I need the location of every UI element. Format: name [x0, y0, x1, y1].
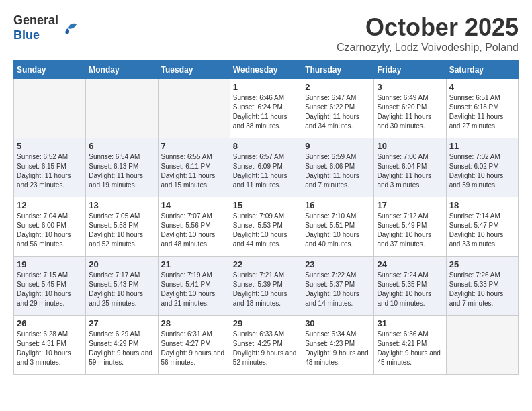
day-info: Sunrise: 6:46 AM Sunset: 6:24 PM Dayligh…	[233, 93, 299, 131]
day-number: 23	[305, 259, 371, 269]
calendar-week-row: 1Sunrise: 6:46 AM Sunset: 6:24 PM Daylig…	[14, 79, 519, 138]
table-row: 7Sunrise: 6:55 AM Sunset: 6:11 PM Daylig…	[158, 138, 230, 197]
calendar-week-row: 5Sunrise: 6:52 AM Sunset: 6:15 PM Daylig…	[14, 138, 519, 197]
logo-general: General	[13, 13, 58, 28]
day-number: 12	[17, 200, 83, 210]
day-number: 27	[89, 318, 154, 328]
day-number: 24	[377, 259, 443, 269]
day-number: 3	[377, 82, 443, 92]
day-info: Sunrise: 6:57 AM Sunset: 6:09 PM Dayligh…	[233, 152, 299, 190]
day-number: 18	[449, 200, 515, 210]
day-info: Sunrise: 7:07 AM Sunset: 5:56 PM Dayligh…	[161, 212, 227, 249]
day-number: 15	[233, 200, 299, 210]
logo: General Blue	[13, 13, 80, 42]
day-number: 5	[17, 141, 83, 151]
header-tuesday: Tuesday	[158, 61, 230, 79]
day-number: 13	[89, 200, 154, 210]
header-friday: Friday	[374, 61, 446, 79]
page-header: General Blue October 2025 Czarnozyly, Lo…	[13, 13, 519, 54]
calendar-week-row: 26Sunrise: 6:28 AM Sunset: 4:31 PM Dayli…	[14, 316, 519, 375]
table-row: 22Sunrise: 7:21 AM Sunset: 5:39 PM Dayli…	[230, 257, 302, 316]
day-number: 11	[449, 141, 515, 151]
day-info: Sunrise: 7:24 AM Sunset: 5:35 PM Dayligh…	[377, 271, 443, 308]
day-info: Sunrise: 7:17 AM Sunset: 5:43 PM Dayligh…	[89, 271, 154, 308]
day-number: 2	[305, 82, 371, 92]
weekday-row: Sunday Monday Tuesday Wednesday Thursday…	[14, 61, 519, 79]
day-info: Sunrise: 6:52 AM Sunset: 6:15 PM Dayligh…	[17, 152, 83, 190]
day-number: 7	[161, 141, 227, 151]
table-row: 29Sunrise: 6:33 AM Sunset: 4:25 PM Dayli…	[230, 316, 302, 375]
table-row: 6Sunrise: 6:54 AM Sunset: 6:13 PM Daylig…	[86, 138, 158, 197]
table-row: 17Sunrise: 7:12 AM Sunset: 5:49 PM Dayli…	[374, 197, 446, 257]
table-row	[86, 79, 158, 138]
day-info: Sunrise: 6:51 AM Sunset: 6:18 PM Dayligh…	[449, 93, 515, 131]
table-row: 28Sunrise: 6:31 AM Sunset: 4:27 PM Dayli…	[158, 316, 230, 375]
calendar-header: Sunday Monday Tuesday Wednesday Thursday…	[14, 61, 519, 79]
day-number: 10	[377, 141, 443, 151]
title-block: October 2025 Czarnozyly, Lodz Voivodeshi…	[337, 13, 519, 54]
day-number: 9	[305, 141, 371, 151]
day-number: 28	[161, 318, 227, 328]
table-row: 15Sunrise: 7:09 AM Sunset: 5:53 PM Dayli…	[230, 197, 302, 257]
day-info: Sunrise: 7:02 AM Sunset: 6:02 PM Dayligh…	[449, 152, 515, 190]
day-info: Sunrise: 7:19 AM Sunset: 5:41 PM Dayligh…	[161, 271, 227, 308]
day-number: 4	[449, 82, 515, 92]
table-row: 23Sunrise: 7:22 AM Sunset: 5:37 PM Dayli…	[302, 257, 374, 316]
day-info: Sunrise: 6:55 AM Sunset: 6:11 PM Dayligh…	[161, 152, 227, 190]
day-info: Sunrise: 7:14 AM Sunset: 5:47 PM Dayligh…	[449, 212, 515, 249]
table-row: 31Sunrise: 6:36 AM Sunset: 4:21 PM Dayli…	[374, 316, 446, 375]
header-sunday: Sunday	[14, 61, 86, 79]
table-row: 12Sunrise: 7:04 AM Sunset: 6:00 PM Dayli…	[14, 197, 86, 257]
day-number: 17	[377, 200, 443, 210]
table-row: 2Sunrise: 6:47 AM Sunset: 6:22 PM Daylig…	[302, 79, 374, 138]
table-row: 18Sunrise: 7:14 AM Sunset: 5:47 PM Dayli…	[446, 197, 518, 257]
table-row: 5Sunrise: 6:52 AM Sunset: 6:15 PM Daylig…	[14, 138, 86, 197]
day-info: Sunrise: 6:33 AM Sunset: 4:25 PM Dayligh…	[233, 330, 299, 367]
table-row: 13Sunrise: 7:05 AM Sunset: 5:58 PM Dayli…	[86, 197, 158, 257]
calendar-week-row: 19Sunrise: 7:15 AM Sunset: 5:45 PM Dayli…	[14, 257, 519, 316]
day-number: 14	[161, 200, 227, 210]
day-number: 1	[233, 82, 299, 92]
month-title: October 2025	[337, 13, 519, 42]
header-saturday: Saturday	[446, 61, 518, 79]
day-number: 29	[233, 318, 299, 328]
day-number: 19	[17, 259, 83, 269]
table-row: 9Sunrise: 6:59 AM Sunset: 6:06 PM Daylig…	[302, 138, 374, 197]
table-row: 19Sunrise: 7:15 AM Sunset: 5:45 PM Dayli…	[14, 257, 86, 316]
day-info: Sunrise: 7:00 AM Sunset: 6:04 PM Dayligh…	[377, 152, 443, 190]
table-row: 10Sunrise: 7:00 AM Sunset: 6:04 PM Dayli…	[374, 138, 446, 197]
table-row	[446, 316, 518, 375]
day-number: 22	[233, 259, 299, 269]
day-number: 30	[305, 318, 371, 328]
table-row: 20Sunrise: 7:17 AM Sunset: 5:43 PM Dayli…	[86, 257, 158, 316]
day-info: Sunrise: 6:31 AM Sunset: 4:27 PM Dayligh…	[161, 330, 227, 367]
table-row: 14Sunrise: 7:07 AM Sunset: 5:56 PM Dayli…	[158, 197, 230, 257]
header-monday: Monday	[86, 61, 158, 79]
day-info: Sunrise: 6:54 AM Sunset: 6:13 PM Dayligh…	[89, 152, 154, 190]
table-row: 25Sunrise: 7:26 AM Sunset: 5:33 PM Dayli…	[446, 257, 518, 316]
location-title: Czarnozyly, Lodz Voivodeship, Poland	[337, 42, 519, 54]
day-info: Sunrise: 7:26 AM Sunset: 5:33 PM Dayligh…	[449, 271, 515, 308]
day-info: Sunrise: 7:15 AM Sunset: 5:45 PM Dayligh…	[17, 271, 83, 308]
day-number: 26	[17, 318, 83, 328]
day-info: Sunrise: 7:09 AM Sunset: 5:53 PM Dayligh…	[233, 212, 299, 249]
day-number: 20	[89, 259, 154, 269]
day-info: Sunrise: 6:47 AM Sunset: 6:22 PM Dayligh…	[305, 93, 371, 131]
table-row: 21Sunrise: 7:19 AM Sunset: 5:41 PM Dayli…	[158, 257, 230, 316]
day-info: Sunrise: 6:59 AM Sunset: 6:06 PM Dayligh…	[305, 152, 371, 190]
day-number: 25	[449, 259, 515, 269]
logo-blue: Blue	[13, 28, 58, 43]
day-number: 6	[89, 141, 154, 151]
calendar-week-row: 12Sunrise: 7:04 AM Sunset: 6:00 PM Dayli…	[14, 197, 519, 257]
table-row: 27Sunrise: 6:29 AM Sunset: 4:29 PM Dayli…	[86, 316, 158, 375]
day-info: Sunrise: 7:10 AM Sunset: 5:51 PM Dayligh…	[305, 212, 371, 249]
table-row: 4Sunrise: 6:51 AM Sunset: 6:18 PM Daylig…	[446, 79, 518, 138]
day-info: Sunrise: 7:22 AM Sunset: 5:37 PM Dayligh…	[305, 271, 371, 308]
day-number: 16	[305, 200, 371, 210]
day-number: 21	[161, 259, 227, 269]
calendar-table: Sunday Monday Tuesday Wednesday Thursday…	[13, 60, 519, 375]
table-row	[14, 79, 86, 138]
day-info: Sunrise: 6:36 AM Sunset: 4:21 PM Dayligh…	[377, 330, 443, 367]
day-info: Sunrise: 6:29 AM Sunset: 4:29 PM Dayligh…	[89, 330, 154, 367]
table-row: 11Sunrise: 7:02 AM Sunset: 6:02 PM Dayli…	[446, 138, 518, 197]
